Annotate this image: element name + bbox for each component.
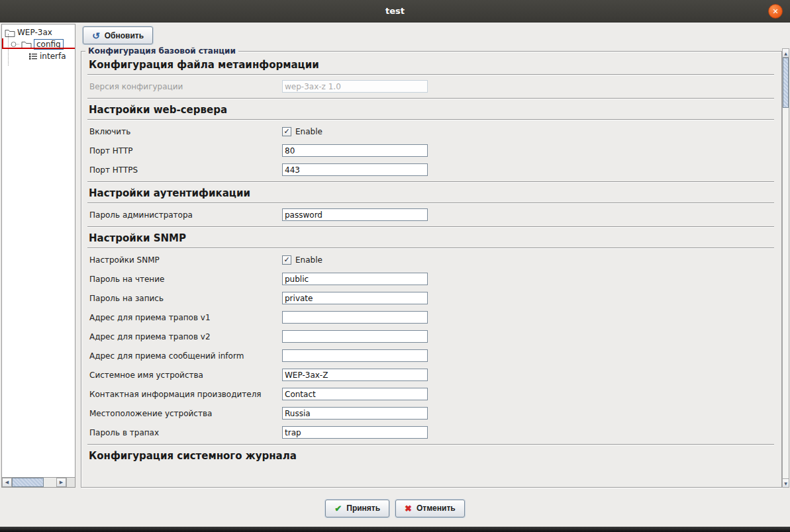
config-form: Конфигурация файла метаинформации Версия… bbox=[82, 52, 781, 486]
field-label: Адрес для приема сообщений inform bbox=[87, 351, 282, 361]
cancel-button[interactable]: ✖ Отменить bbox=[395, 500, 465, 517]
field-label: Версия конфигурации bbox=[87, 82, 282, 91]
form-row: Настройки SNMP ✓ Enable bbox=[87, 250, 774, 269]
field-label: Включить bbox=[87, 127, 282, 136]
snmp-inform-address-field[interactable] bbox=[282, 349, 428, 362]
section-title-snmp: Настройки SNMP bbox=[89, 232, 774, 244]
form-row: Пароль на запись bbox=[87, 288, 774, 308]
contact-info-field[interactable] bbox=[282, 388, 428, 400]
field-label: Порт HTTPS bbox=[87, 165, 282, 175]
refresh-button-label: Обновить bbox=[105, 31, 144, 40]
form-row: Пароль в трапах bbox=[87, 423, 774, 442]
snmp-trap-v1-address-field[interactable] bbox=[282, 311, 428, 324]
field-label: Настройки SNMP bbox=[87, 255, 282, 265]
field-label: Пароль в трапах bbox=[87, 428, 282, 437]
form-row: Версия конфигурации bbox=[87, 77, 774, 96]
tree: WEP-3ax config interfa bbox=[2, 24, 75, 62]
config-version-field bbox=[282, 80, 428, 93]
accept-check-icon: ✔ bbox=[334, 504, 342, 513]
tree-connector-line bbox=[8, 34, 9, 66]
section-title-webserver: Настройки web-сервера bbox=[89, 104, 774, 116]
navigation-tree-panel: WEP-3ax config interfa bbox=[1, 24, 75, 488]
checkmark-icon: ✓ bbox=[283, 256, 289, 263]
tree-node-root[interactable]: WEP-3ax bbox=[2, 26, 75, 38]
tree-selection-marker-underline bbox=[2, 48, 75, 49]
separator bbox=[87, 74, 774, 75]
separator bbox=[87, 98, 774, 99]
scrollbar-corner bbox=[66, 478, 75, 487]
separator bbox=[87, 202, 774, 203]
field-label: Пароль на чтение bbox=[87, 275, 282, 284]
separator bbox=[87, 226, 774, 227]
checkbox-text: Enable bbox=[295, 127, 322, 136]
trap-password-field[interactable] bbox=[282, 426, 428, 439]
snmp-read-community-field[interactable] bbox=[282, 273, 428, 285]
form-row: Адрес для приема трапов v2 bbox=[87, 327, 774, 346]
field-label: Пароль на запись bbox=[87, 294, 282, 303]
list-icon bbox=[28, 52, 38, 60]
tree-node-label: interfa bbox=[40, 52, 66, 61]
tree-horizontal-scrollbar[interactable]: ◀ ▶ bbox=[2, 477, 75, 487]
form-row: Системное имя устройства bbox=[87, 365, 774, 384]
form-row: Контактная информация производителя bbox=[87, 384, 774, 404]
separator bbox=[87, 247, 774, 248]
field-label: Порт HTTP bbox=[87, 146, 282, 155]
horizontal-scrollbar-thumb[interactable] bbox=[12, 478, 44, 487]
accept-button[interactable]: ✔ Принять bbox=[325, 500, 389, 517]
form-row: Адрес для приема трапов v1 bbox=[87, 308, 774, 327]
desktop-bottom-strip bbox=[0, 527, 790, 532]
vertical-scrollbar[interactable]: ▲ ▼ bbox=[782, 48, 789, 488]
field-label: Местоположение устройства bbox=[87, 409, 282, 418]
device-location-field[interactable] bbox=[282, 407, 428, 420]
snmp-trap-v2-address-field[interactable] bbox=[282, 330, 428, 343]
form-row: Пароль администратора bbox=[87, 205, 774, 224]
tree-node-label: WEP-3ax bbox=[17, 28, 52, 37]
accept-button-label: Принять bbox=[346, 504, 380, 513]
horizontal-scrollbar-track[interactable] bbox=[44, 478, 56, 487]
field-label: Пароль администратора bbox=[87, 210, 282, 220]
window-title: test bbox=[385, 6, 405, 16]
snmp-write-community-field[interactable] bbox=[282, 292, 428, 304]
field-label: Контактная информация производителя bbox=[87, 390, 282, 399]
window-titlebar: test ✕ bbox=[0, 0, 790, 22]
field-label: Адрес для приема трапов v2 bbox=[87, 332, 282, 341]
checkbox-text: Enable bbox=[295, 255, 322, 265]
folder-icon bbox=[5, 28, 15, 37]
system-name-field[interactable] bbox=[282, 369, 428, 381]
field-label: Адрес для приема трапов v1 bbox=[87, 313, 282, 322]
separator bbox=[87, 119, 774, 120]
toolbar: ↺ Обновить bbox=[79, 24, 790, 46]
form-row: Местоположение устройства bbox=[87, 404, 774, 423]
web-enable-checkbox[interactable]: ✓ bbox=[282, 127, 291, 136]
tree-expand-handle-icon[interactable] bbox=[11, 41, 19, 48]
field-label: Системное имя устройства bbox=[87, 371, 282, 380]
footer-button-bar: ✔ Принять ✖ Отменить bbox=[0, 490, 790, 527]
snmp-enable-checkbox[interactable]: ✓ bbox=[282, 255, 291, 265]
section-title-meta: Конфигурация файла метаинформации bbox=[89, 59, 774, 71]
scroll-down-arrow-icon[interactable]: ▼ bbox=[783, 478, 789, 487]
close-button[interactable]: ✕ bbox=[768, 4, 783, 19]
refresh-icon: ↺ bbox=[92, 31, 100, 40]
admin-password-field[interactable] bbox=[282, 208, 428, 221]
form-row: Порт HTTP bbox=[87, 141, 774, 160]
vertical-scrollbar-thumb[interactable] bbox=[783, 58, 789, 108]
form-row: Адрес для приема сообщений inform bbox=[87, 346, 774, 365]
section-title-auth: Настройки аутентификации bbox=[89, 187, 774, 199]
form-row: Порт HTTPS bbox=[87, 160, 774, 179]
base-station-config-groupbox: Конфигурация базовой станции Конфигураци… bbox=[81, 51, 782, 488]
scroll-up-arrow-icon[interactable]: ▲ bbox=[783, 49, 789, 58]
section-title-syslog: Конфигурация системного журнала bbox=[89, 450, 774, 462]
separator bbox=[87, 444, 774, 445]
scroll-right-arrow-icon[interactable]: ▶ bbox=[56, 478, 66, 487]
http-port-field[interactable] bbox=[282, 144, 428, 157]
form-row: Пароль на чтение bbox=[87, 269, 774, 288]
checkmark-icon: ✓ bbox=[283, 128, 289, 135]
scroll-left-arrow-icon[interactable]: ◀ bbox=[2, 478, 12, 487]
cancel-cross-icon: ✖ bbox=[405, 504, 412, 513]
tree-node-interface[interactable]: interfa bbox=[2, 50, 75, 62]
form-row: Включить ✓ Enable bbox=[87, 122, 774, 141]
cancel-button-label: Отменить bbox=[417, 504, 456, 513]
separator bbox=[87, 181, 774, 182]
refresh-button[interactable]: ↺ Обновить bbox=[83, 26, 153, 44]
https-port-field[interactable] bbox=[282, 163, 428, 176]
